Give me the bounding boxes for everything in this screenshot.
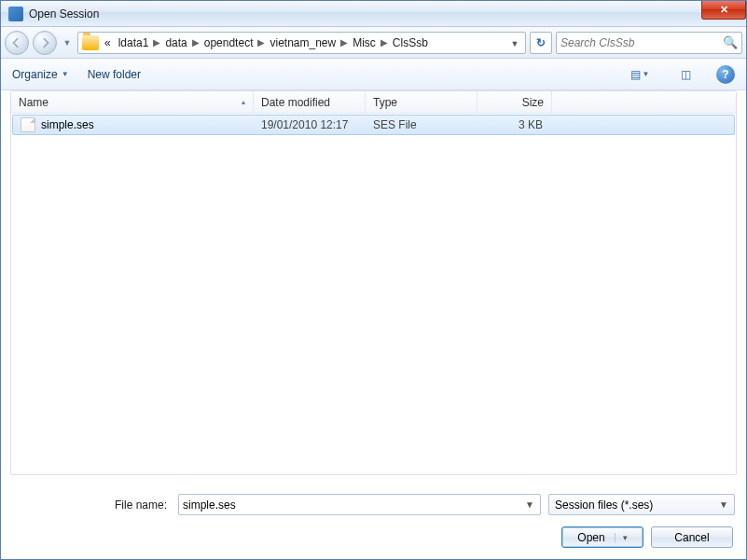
view-options-button[interactable]: ▤ ▼ (625, 63, 655, 86)
filename-combo[interactable]: ▼ (178, 494, 541, 515)
open-session-dialog: Open Session ✕ ▼ « ldata1 ▶ data ▶ opend… (0, 0, 747, 560)
arrow-left-icon (11, 37, 22, 48)
column-size[interactable]: Size (477, 91, 552, 113)
close-button[interactable]: ✕ (701, 1, 746, 20)
sort-indicator-icon: ▴ (242, 98, 245, 106)
split-chevron-icon: ▾ (615, 533, 628, 542)
file-size-cell: 3 KB (477, 118, 550, 131)
toolbar: Organize ▼ New folder ▤ ▼ ◫ ? (1, 59, 746, 90)
organize-button[interactable]: Organize ▼ (12, 68, 69, 81)
file-browser: Name ▴ Date modified Type Size simple.se… (10, 90, 737, 475)
breadcrumb-item[interactable]: ClsSsb (389, 36, 432, 49)
file-row[interactable]: simple.ses 19/01/2010 12:17 SES File 3 K… (12, 115, 735, 135)
column-headers: Name ▴ Date modified Type Size (11, 91, 736, 114)
address-bar[interactable]: « ldata1 ▶ data ▶ opendtect ▶ vietnam_ne… (77, 32, 526, 54)
breadcrumb-item[interactable]: data (161, 36, 190, 49)
chevron-right-icon: ▶ (191, 37, 201, 48)
view-icon: ▤ (630, 68, 640, 81)
window-title: Open Session (29, 7, 99, 20)
breadcrumb-prefix[interactable]: « (101, 36, 115, 49)
open-button[interactable]: Open ▾ (561, 526, 643, 548)
breadcrumb-item[interactable]: Misc (349, 36, 380, 49)
column-date[interactable]: Date modified (254, 91, 366, 113)
help-button[interactable]: ? (716, 65, 735, 84)
column-type[interactable]: Type (366, 91, 477, 113)
dialog-bottom: File name: ▼ Session files (*.ses) ▼ Ope… (1, 475, 746, 559)
breadcrumb-item[interactable]: vietnam_new (266, 36, 339, 49)
breadcrumb-item[interactable]: ldata1 (115, 36, 153, 49)
cancel-button[interactable]: Cancel (651, 526, 733, 548)
refresh-button[interactable]: ↻ (530, 32, 552, 54)
newfolder-label: New folder (88, 68, 141, 81)
filename-row: File name: ▼ Session files (*.ses) ▼ (12, 494, 735, 515)
file-icon (21, 117, 35, 132)
address-dropdown[interactable]: ▼ (506, 36, 523, 49)
filename-label: File name: (12, 499, 171, 512)
arrow-right-icon (39, 37, 50, 48)
chevron-down-icon: ▼ (63, 38, 72, 48)
folder-icon (82, 35, 99, 50)
chevron-right-icon: ▶ (339, 37, 349, 48)
chevron-right-icon: ▶ (380, 37, 389, 48)
filter-label: Session files (*.ses) (555, 499, 653, 512)
column-name[interactable]: Name ▴ (11, 91, 254, 113)
organize-label: Organize (12, 68, 58, 81)
breadcrumb-item[interactable]: opendtect (201, 36, 257, 49)
help-icon: ? (722, 68, 728, 81)
search-box[interactable]: 🔍 (556, 32, 742, 54)
file-list[interactable]: simple.ses 19/01/2010 12:17 SES File 3 K… (11, 114, 736, 474)
close-icon: ✕ (720, 4, 728, 16)
back-button[interactable] (5, 31, 29, 55)
nav-bar: ▼ « ldata1 ▶ data ▶ opendtect ▶ vietnam_… (1, 27, 746, 59)
chevron-down-icon: ▼ (62, 70, 69, 78)
chevron-right-icon: ▶ (152, 37, 161, 48)
chevron-down-icon: ▼ (719, 499, 728, 510)
refresh-icon: ↻ (536, 36, 546, 49)
search-input[interactable] (560, 36, 723, 49)
file-date-cell: 19/01/2010 12:17 (254, 118, 366, 131)
file-name-cell: simple.ses (13, 117, 254, 132)
search-icon[interactable]: 🔍 (723, 35, 738, 49)
chevron-down-icon[interactable]: ▼ (523, 499, 536, 510)
forward-button[interactable] (33, 31, 57, 55)
nav-history-dropdown[interactable]: ▼ (61, 31, 74, 55)
preview-pane-button[interactable]: ◫ (673, 63, 698, 86)
file-type-filter[interactable]: Session files (*.ses) ▼ (548, 494, 735, 515)
app-icon (8, 7, 23, 21)
chevron-down-icon: ▼ (643, 70, 650, 78)
new-folder-button[interactable]: New folder (88, 68, 141, 81)
titlebar: Open Session ✕ (1, 1, 746, 27)
chevron-down-icon: ▼ (511, 39, 519, 48)
file-type-cell: SES File (366, 118, 477, 131)
breadcrumb: « ldata1 ▶ data ▶ opendtect ▶ vietnam_ne… (101, 36, 432, 49)
button-row: Open ▾ Cancel (12, 526, 735, 548)
filename-input[interactable] (183, 499, 523, 512)
preview-icon: ◫ (681, 68, 691, 81)
chevron-right-icon: ▶ (256, 37, 266, 48)
